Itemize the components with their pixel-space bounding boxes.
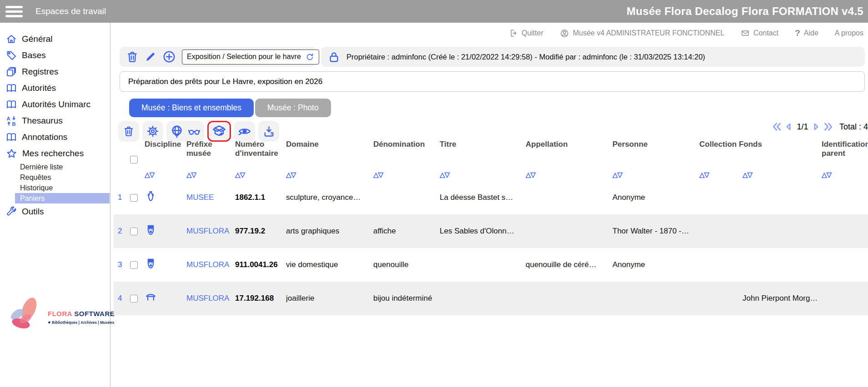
sidebar-item-requetes[interactable]: Requêtes: [0, 172, 110, 183]
sort-personne[interactable]: △▽: [612, 171, 699, 179]
row-number-link[interactable]: 3: [118, 260, 130, 269]
sort-denomination[interactable]: △▽: [373, 171, 440, 179]
basket-selector-value: Exposition / Selection pour le havre: [187, 53, 301, 61]
total-count: Total : 4: [839, 122, 868, 132]
sidebar-item-general[interactable]: Général: [0, 31, 110, 47]
basket-selector[interactable]: Exposition / Selection pour le havre: [182, 50, 319, 64]
sidebar-item-mes-recherches[interactable]: Mes recherches: [0, 145, 110, 162]
row-checkbox[interactable]: [130, 295, 138, 303]
domaine-cell: arts graphiques: [286, 227, 373, 236]
sort-collection[interactable]: △▽: [699, 171, 743, 179]
az-icon: A B: [6, 115, 17, 126]
row-checkbox[interactable]: [130, 261, 138, 269]
sidebar-item-label: Thesaurus: [22, 116, 63, 126]
delete-basket-button[interactable]: [126, 50, 139, 63]
prefix-link[interactable]: MUSEE: [186, 193, 235, 202]
discipline-cell: [145, 224, 186, 238]
prefix-link[interactable]: MUSFLORA: [186, 227, 235, 236]
domaine-cell: joaillerie: [286, 294, 373, 303]
sidebar-item-autorites[interactable]: Autorités: [0, 80, 110, 96]
edit-basket-button[interactable]: [145, 51, 156, 63]
first-page-icon[interactable]: [772, 120, 782, 134]
sidebar-item-paniers[interactable]: Paniers: [15, 193, 110, 203]
discipline-cell: [145, 258, 186, 272]
user-menu[interactable]: Musée v4 ADMINISTRATEUR FONCTIONNEL: [560, 29, 724, 38]
sidebar-item-autorites-unimarc[interactable]: Autorités Unimarc: [0, 96, 110, 113]
table-icon: [145, 291, 157, 303]
inventory-number: 17.192.168: [235, 294, 286, 303]
domaine-cell: vie domestique: [286, 260, 373, 269]
quitter-label: Quitter: [522, 29, 543, 37]
sort-domaine[interactable]: △▽: [286, 171, 373, 179]
sidebar-item-outils[interactable]: Outils: [0, 203, 110, 220]
mask-icon: [145, 224, 157, 236]
basket-description-input[interactable]: [120, 71, 865, 92]
sidebar-item-annotations[interactable]: Annotations: [0, 129, 110, 145]
table-row: 4 MUSFLORA 17.192.168 joaillerie bijou i…: [114, 282, 868, 315]
sort-fonds[interactable]: △▽: [743, 171, 822, 179]
basket-toolbar: Exposition / Selection pour le havre: [120, 47, 316, 67]
book-icon: [6, 99, 17, 110]
contact-link[interactable]: Contact: [741, 29, 778, 38]
sort-identification-parent[interactable]: △▽: [822, 171, 868, 179]
table-row: 1 MUSEE 1862.1.1 sculpture, croyance… La…: [114, 181, 868, 214]
add-basket-button[interactable]: [162, 50, 176, 64]
select-all-checkbox[interactable]: [130, 156, 138, 164]
pagination: 1/1 Total : 4: [772, 119, 868, 134]
result-tabs: Musée : Biens et ensembles Musée : Photo: [129, 99, 331, 117]
tab-musee-photo[interactable]: Musée : Photo: [255, 99, 331, 117]
sort-titre[interactable]: △▽: [440, 171, 526, 179]
workspace-label: Espaces de travail: [35, 6, 106, 16]
sort-numero[interactable]: △▽: [235, 171, 286, 179]
user-icon: [560, 29, 569, 38]
titre-cell: Les Sables d'Olonn…: [440, 227, 526, 236]
record-info-bar: Propriétaire : adminfonc (Créé le : 21/0…: [321, 47, 865, 67]
sidebar-item-label: Outils: [22, 207, 44, 217]
lock-icon[interactable]: [327, 50, 341, 64]
row-number-link[interactable]: 1: [118, 193, 130, 202]
denomination-cell: quenouille: [373, 260, 440, 269]
aide-link[interactable]: ? Aide: [795, 28, 818, 38]
star-icon: [6, 148, 17, 159]
sidebar-item-historique[interactable]: Historique: [0, 183, 110, 193]
previous-page-icon[interactable]: [784, 121, 793, 133]
sidebar-item-derniere-liste[interactable]: Dernière liste: [0, 162, 110, 172]
row-number-link[interactable]: 2: [118, 227, 130, 236]
quitter-link[interactable]: Quitter: [509, 29, 543, 38]
plus-circle-icon: [162, 50, 176, 64]
row-checkbox[interactable]: [130, 228, 138, 235]
domaine-cell: sculpture, croyance…: [286, 193, 373, 202]
sort-appellation[interactable]: △▽: [526, 171, 612, 179]
prefix-link[interactable]: MUSFLORA: [186, 260, 235, 269]
apropos-link[interactable]: A propos: [835, 29, 863, 37]
wrench-icon: [6, 206, 17, 217]
refresh-icon[interactable]: [306, 53, 314, 61]
hamburger-menu-icon[interactable]: [5, 6, 23, 17]
next-page-icon[interactable]: [811, 121, 820, 133]
trash-icon: [123, 125, 135, 137]
sidebar-item-registres[interactable]: Registres: [0, 64, 110, 80]
sidebar-item-label: Général: [22, 34, 53, 44]
help-icon: ?: [795, 28, 800, 38]
row-number-link[interactable]: 4: [118, 294, 130, 303]
home-icon: [6, 34, 17, 45]
open-box-export-icon: [212, 124, 226, 138]
sort-prefixe[interactable]: △▽: [186, 171, 235, 179]
sidebar-item-label: Autorités: [22, 83, 56, 93]
svg-text:B: B: [12, 121, 16, 127]
titre-cell: La déesse Bastet s…: [440, 193, 526, 202]
prefix-link[interactable]: MUSFLORA: [186, 294, 235, 303]
aide-label: Aide: [804, 29, 818, 37]
result-list: 1 MUSEE 1862.1.1 sculpture, croyance… La…: [114, 181, 868, 315]
mask-icon: [145, 258, 157, 270]
vase-icon: [145, 190, 157, 203]
tab-musee-biens-et-ensembles[interactable]: Musée : Biens et ensembles: [129, 99, 254, 117]
row-checkbox[interactable]: [130, 194, 138, 202]
personne-cell: Anonyme: [612, 260, 699, 269]
copies-icon: [6, 66, 17, 77]
sort-discipline[interactable]: △▽: [145, 171, 186, 179]
glasses-icon: [188, 125, 201, 138]
sidebar-item-thesaurus[interactable]: A B Thesaurus: [0, 113, 110, 129]
sidebar-item-bases[interactable]: Bases: [0, 47, 110, 64]
last-page-icon[interactable]: [823, 120, 833, 134]
